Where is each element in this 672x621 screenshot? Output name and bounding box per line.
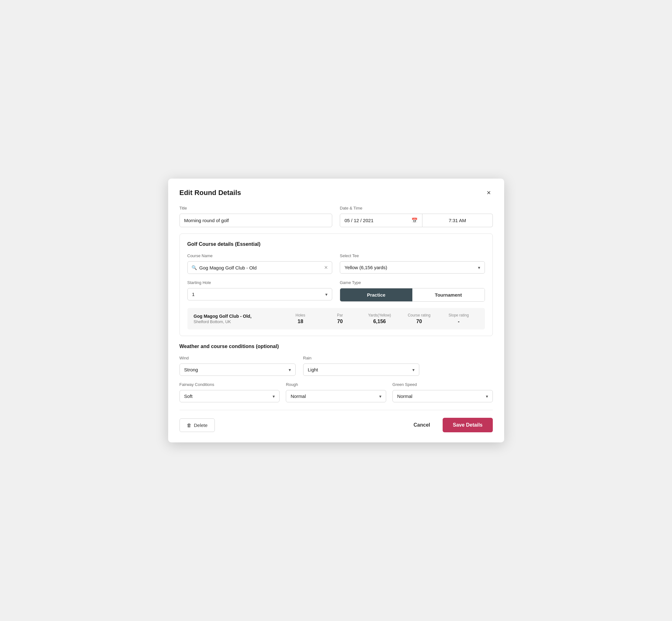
select-tee-label: Select Tee <box>340 253 485 258</box>
title-label: Title <box>179 206 333 210</box>
starting-hole-group: Starting Hole 1 ▾ <box>187 280 333 302</box>
course-stat-yards: Yards(Yellow) 6,156 <box>360 313 399 324</box>
footer-row: 🗑 Delete Cancel Save Details <box>179 418 493 432</box>
title-group: Title <box>179 206 333 227</box>
wind-rain-row: Wind Strong ▾ Rain Light ▾ <box>179 356 419 376</box>
holes-value: 18 <box>281 319 320 324</box>
game-type-toggle: Practice Tournament <box>340 288 485 302</box>
course-name-group: Course Name 🔍 Gog Magog Golf Club - Old … <box>187 253 333 274</box>
chevron-down-icon: ▾ <box>478 265 480 270</box>
practice-button[interactable]: Practice <box>340 288 412 301</box>
cancel-button[interactable]: Cancel <box>409 418 435 432</box>
footer-right: Cancel Save Details <box>409 418 493 432</box>
select-tee-group: Select Tee Yellow (6,156 yards) ▾ <box>340 253 485 274</box>
chevron-down-icon: ▾ <box>486 394 488 399</box>
green-speed-dropdown[interactable]: Normal ▾ <box>392 390 493 402</box>
starting-hole-label: Starting Hole <box>187 280 333 285</box>
game-type-label: Game Type <box>340 280 485 285</box>
fairway-dropdown[interactable]: Soft ▾ <box>179 390 280 402</box>
clear-icon[interactable]: ✕ <box>324 265 328 271</box>
slope-rating-label: Slope rating <box>439 313 478 318</box>
rough-label: Rough <box>286 382 386 387</box>
course-rating-label: Course rating <box>400 313 439 318</box>
title-datetime-row: Title Date & Time 05 / 12 / 2021 📅 7:31 … <box>179 206 493 227</box>
rough-group: Rough Normal ▾ <box>286 382 386 402</box>
course-info-row: Gog Magog Golf Club - Old, Shelford Bott… <box>187 308 485 329</box>
course-info-location: Shelford Bottom, UK <box>194 319 281 324</box>
time-value: 7:31 AM <box>449 218 466 223</box>
title-input[interactable] <box>179 214 333 227</box>
course-name-value: Gog Magog Golf Club - Old <box>199 265 322 271</box>
hole-gametype-row: Starting Hole 1 ▾ Game Type Practice Tou… <box>187 280 485 302</box>
wind-dropdown[interactable]: Strong ▾ <box>179 364 296 376</box>
footer-divider <box>179 410 493 410</box>
starting-hole-value: 1 <box>192 292 326 297</box>
par-value: 70 <box>320 319 360 324</box>
chevron-down-icon: ▾ <box>379 394 381 399</box>
date-input[interactable]: 05 / 12 / 2021 📅 <box>340 214 422 227</box>
weather-section: Weather and course conditions (optional)… <box>179 344 493 402</box>
golf-course-section: Golf Course details (Essential) Course N… <box>179 234 493 336</box>
par-label: Par <box>320 313 360 318</box>
chevron-down-icon: ▾ <box>289 367 291 372</box>
wind-group: Wind Strong ▾ <box>179 356 296 376</box>
course-stat-course-rating: Course rating 70 <box>400 313 439 324</box>
holes-label: Holes <box>281 313 320 318</box>
wind-label: Wind <box>179 356 296 360</box>
yards-value: 6,156 <box>360 319 399 324</box>
green-speed-label: Green Speed <box>392 382 493 387</box>
course-stat-holes: Holes 18 <box>281 313 320 324</box>
save-button[interactable]: Save Details <box>443 418 493 432</box>
tournament-button[interactable]: Tournament <box>412 288 485 301</box>
fairway-label: Fairway Conditions <box>179 382 280 387</box>
rough-value: Normal <box>291 394 379 399</box>
rain-group: Rain Light ▾ <box>303 356 419 376</box>
weather-title: Weather and course conditions (optional) <box>179 344 493 349</box>
course-rating-value: 70 <box>400 319 439 324</box>
fairway-value: Soft <box>184 394 273 399</box>
course-info-name-group: Gog Magog Golf Club - Old, Shelford Bott… <box>194 314 281 324</box>
wind-value: Strong <box>184 367 289 372</box>
chevron-down-icon: ▾ <box>412 367 415 372</box>
calendar-icon: 📅 <box>411 217 418 223</box>
close-button[interactable]: × <box>485 189 493 197</box>
delete-button[interactable]: 🗑 Delete <box>179 418 215 432</box>
rain-value: Light <box>308 367 412 372</box>
rough-dropdown[interactable]: Normal ▾ <box>286 390 386 402</box>
conditions-row: Fairway Conditions Soft ▾ Rough Normal ▾… <box>179 382 493 402</box>
chevron-down-icon: ▾ <box>272 394 275 399</box>
datetime-group: Date & Time 05 / 12 / 2021 📅 7:31 AM <box>340 206 493 227</box>
course-stat-slope-rating: Slope rating - <box>439 313 478 324</box>
search-icon: 🔍 <box>192 265 197 270</box>
yards-label: Yards(Yellow) <box>360 313 399 318</box>
time-input[interactable]: 7:31 AM <box>422 214 493 227</box>
fairway-group: Fairway Conditions Soft ▾ <box>179 382 280 402</box>
trash-icon: 🗑 <box>187 422 192 428</box>
date-value: 05 / 12 / 2021 <box>344 218 374 223</box>
rain-label: Rain <box>303 356 419 360</box>
course-name-input[interactable]: 🔍 Gog Magog Golf Club - Old ✕ <box>187 261 333 274</box>
starting-hole-dropdown[interactable]: 1 ▾ <box>187 288 333 300</box>
chevron-down-icon: ▾ <box>325 292 328 297</box>
modal-header: Edit Round Details × <box>179 189 493 197</box>
edit-round-modal: Edit Round Details × Title Date & Time 0… <box>168 178 504 443</box>
course-tee-row: Course Name 🔍 Gog Magog Golf Club - Old … <box>187 253 485 274</box>
course-info-name-main: Gog Magog Golf Club - Old, <box>194 314 281 319</box>
select-tee-value: Yellow (6,156 yards) <box>344 265 478 270</box>
course-name-label: Course Name <box>187 253 333 258</box>
select-tee-dropdown[interactable]: Yellow (6,156 yards) ▾ <box>340 261 485 274</box>
datetime-row: 05 / 12 / 2021 📅 7:31 AM <box>340 214 493 227</box>
delete-label: Delete <box>194 422 208 428</box>
golf-course-title: Golf Course details (Essential) <box>187 241 485 247</box>
game-type-group: Game Type Practice Tournament <box>340 280 485 302</box>
modal-title: Edit Round Details <box>179 189 241 197</box>
green-speed-group: Green Speed Normal ▾ <box>392 382 493 402</box>
course-stat-par: Par 70 <box>320 313 360 324</box>
green-speed-value: Normal <box>397 394 486 399</box>
rain-dropdown[interactable]: Light ▾ <box>303 364 419 376</box>
datetime-label: Date & Time <box>340 206 493 210</box>
slope-rating-value: - <box>439 319 478 324</box>
